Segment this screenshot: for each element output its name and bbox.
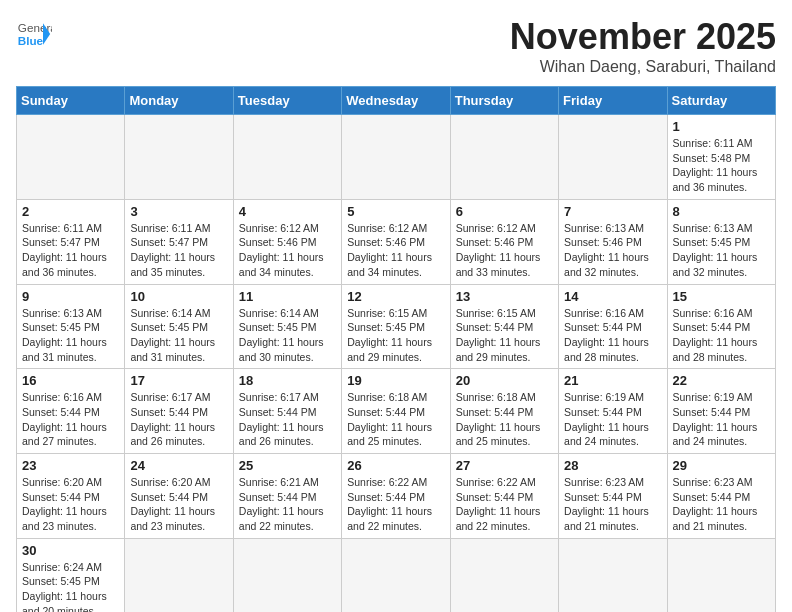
calendar-cell	[17, 115, 125, 200]
calendar-week-2: 2Sunrise: 6:11 AM Sunset: 5:47 PM Daylig…	[17, 199, 776, 284]
day-number: 5	[347, 204, 444, 219]
calendar-cell: 4Sunrise: 6:12 AM Sunset: 5:46 PM Daylig…	[233, 199, 341, 284]
calendar-cell	[667, 538, 775, 612]
calendar-cell: 30Sunrise: 6:24 AM Sunset: 5:45 PM Dayli…	[17, 538, 125, 612]
day-number: 21	[564, 373, 661, 388]
day-info: Sunrise: 6:14 AM Sunset: 5:45 PM Dayligh…	[130, 306, 227, 365]
calendar-cell: 22Sunrise: 6:19 AM Sunset: 5:44 PM Dayli…	[667, 369, 775, 454]
day-number: 10	[130, 289, 227, 304]
day-number: 22	[673, 373, 770, 388]
calendar-cell: 21Sunrise: 6:19 AM Sunset: 5:44 PM Dayli…	[559, 369, 667, 454]
calendar-cell: 19Sunrise: 6:18 AM Sunset: 5:44 PM Dayli…	[342, 369, 450, 454]
calendar-cell: 28Sunrise: 6:23 AM Sunset: 5:44 PM Dayli…	[559, 454, 667, 539]
day-number: 29	[673, 458, 770, 473]
calendar-cell: 16Sunrise: 6:16 AM Sunset: 5:44 PM Dayli…	[17, 369, 125, 454]
weekday-friday: Friday	[559, 87, 667, 115]
day-number: 20	[456, 373, 553, 388]
day-info: Sunrise: 6:17 AM Sunset: 5:44 PM Dayligh…	[130, 390, 227, 449]
day-info: Sunrise: 6:15 AM Sunset: 5:44 PM Dayligh…	[456, 306, 553, 365]
calendar-week-1: 1Sunrise: 6:11 AM Sunset: 5:48 PM Daylig…	[17, 115, 776, 200]
calendar-cell: 12Sunrise: 6:15 AM Sunset: 5:45 PM Dayli…	[342, 284, 450, 369]
day-info: Sunrise: 6:23 AM Sunset: 5:44 PM Dayligh…	[673, 475, 770, 534]
calendar-cell: 17Sunrise: 6:17 AM Sunset: 5:44 PM Dayli…	[125, 369, 233, 454]
calendar-cell: 29Sunrise: 6:23 AM Sunset: 5:44 PM Dayli…	[667, 454, 775, 539]
calendar-cell: 6Sunrise: 6:12 AM Sunset: 5:46 PM Daylig…	[450, 199, 558, 284]
day-number: 25	[239, 458, 336, 473]
calendar-cell: 26Sunrise: 6:22 AM Sunset: 5:44 PM Dayli…	[342, 454, 450, 539]
weekday-tuesday: Tuesday	[233, 87, 341, 115]
day-number: 14	[564, 289, 661, 304]
calendar-cell: 2Sunrise: 6:11 AM Sunset: 5:47 PM Daylig…	[17, 199, 125, 284]
calendar-cell	[125, 538, 233, 612]
day-info: Sunrise: 6:12 AM Sunset: 5:46 PM Dayligh…	[239, 221, 336, 280]
calendar-table: SundayMondayTuesdayWednesdayThursdayFrid…	[16, 86, 776, 612]
calendar-cell	[559, 115, 667, 200]
day-number: 23	[22, 458, 119, 473]
svg-text:Blue: Blue	[18, 34, 44, 47]
day-info: Sunrise: 6:22 AM Sunset: 5:44 PM Dayligh…	[347, 475, 444, 534]
location: Wihan Daeng, Saraburi, Thailand	[510, 58, 776, 76]
day-number: 12	[347, 289, 444, 304]
calendar-week-3: 9Sunrise: 6:13 AM Sunset: 5:45 PM Daylig…	[17, 284, 776, 369]
calendar-cell: 11Sunrise: 6:14 AM Sunset: 5:45 PM Dayli…	[233, 284, 341, 369]
calendar-cell: 5Sunrise: 6:12 AM Sunset: 5:46 PM Daylig…	[342, 199, 450, 284]
day-info: Sunrise: 6:13 AM Sunset: 5:45 PM Dayligh…	[673, 221, 770, 280]
day-info: Sunrise: 6:17 AM Sunset: 5:44 PM Dayligh…	[239, 390, 336, 449]
weekday-sunday: Sunday	[17, 87, 125, 115]
calendar-cell	[559, 538, 667, 612]
calendar-cell: 18Sunrise: 6:17 AM Sunset: 5:44 PM Dayli…	[233, 369, 341, 454]
calendar-week-4: 16Sunrise: 6:16 AM Sunset: 5:44 PM Dayli…	[17, 369, 776, 454]
calendar-cell: 15Sunrise: 6:16 AM Sunset: 5:44 PM Dayli…	[667, 284, 775, 369]
day-info: Sunrise: 6:18 AM Sunset: 5:44 PM Dayligh…	[347, 390, 444, 449]
day-info: Sunrise: 6:24 AM Sunset: 5:45 PM Dayligh…	[22, 560, 119, 612]
day-info: Sunrise: 6:11 AM Sunset: 5:48 PM Dayligh…	[673, 136, 770, 195]
calendar-cell	[233, 115, 341, 200]
calendar-cell	[125, 115, 233, 200]
weekday-thursday: Thursday	[450, 87, 558, 115]
calendar-cell: 27Sunrise: 6:22 AM Sunset: 5:44 PM Dayli…	[450, 454, 558, 539]
weekday-wednesday: Wednesday	[342, 87, 450, 115]
day-number: 9	[22, 289, 119, 304]
calendar-cell: 14Sunrise: 6:16 AM Sunset: 5:44 PM Dayli…	[559, 284, 667, 369]
calendar-cell	[233, 538, 341, 612]
calendar-cell: 10Sunrise: 6:14 AM Sunset: 5:45 PM Dayli…	[125, 284, 233, 369]
calendar-week-5: 23Sunrise: 6:20 AM Sunset: 5:44 PM Dayli…	[17, 454, 776, 539]
day-number: 6	[456, 204, 553, 219]
calendar-cell	[342, 115, 450, 200]
day-info: Sunrise: 6:15 AM Sunset: 5:45 PM Dayligh…	[347, 306, 444, 365]
day-info: Sunrise: 6:21 AM Sunset: 5:44 PM Dayligh…	[239, 475, 336, 534]
day-number: 18	[239, 373, 336, 388]
calendar-cell: 9Sunrise: 6:13 AM Sunset: 5:45 PM Daylig…	[17, 284, 125, 369]
day-info: Sunrise: 6:12 AM Sunset: 5:46 PM Dayligh…	[347, 221, 444, 280]
day-info: Sunrise: 6:13 AM Sunset: 5:45 PM Dayligh…	[22, 306, 119, 365]
day-info: Sunrise: 6:16 AM Sunset: 5:44 PM Dayligh…	[564, 306, 661, 365]
day-info: Sunrise: 6:16 AM Sunset: 5:44 PM Dayligh…	[673, 306, 770, 365]
calendar-cell	[450, 115, 558, 200]
calendar-cell: 25Sunrise: 6:21 AM Sunset: 5:44 PM Dayli…	[233, 454, 341, 539]
day-info: Sunrise: 6:20 AM Sunset: 5:44 PM Dayligh…	[130, 475, 227, 534]
day-number: 30	[22, 543, 119, 558]
calendar-cell: 13Sunrise: 6:15 AM Sunset: 5:44 PM Dayli…	[450, 284, 558, 369]
calendar-cell: 1Sunrise: 6:11 AM Sunset: 5:48 PM Daylig…	[667, 115, 775, 200]
calendar-cell: 7Sunrise: 6:13 AM Sunset: 5:46 PM Daylig…	[559, 199, 667, 284]
day-number: 3	[130, 204, 227, 219]
day-number: 1	[673, 119, 770, 134]
day-number: 11	[239, 289, 336, 304]
day-number: 27	[456, 458, 553, 473]
day-number: 4	[239, 204, 336, 219]
day-info: Sunrise: 6:20 AM Sunset: 5:44 PM Dayligh…	[22, 475, 119, 534]
calendar-cell: 3Sunrise: 6:11 AM Sunset: 5:47 PM Daylig…	[125, 199, 233, 284]
day-number: 13	[456, 289, 553, 304]
calendar-cell	[450, 538, 558, 612]
day-info: Sunrise: 6:13 AM Sunset: 5:46 PM Dayligh…	[564, 221, 661, 280]
month-title: November 2025	[510, 16, 776, 58]
day-info: Sunrise: 6:14 AM Sunset: 5:45 PM Dayligh…	[239, 306, 336, 365]
calendar-week-6: 30Sunrise: 6:24 AM Sunset: 5:45 PM Dayli…	[17, 538, 776, 612]
day-number: 26	[347, 458, 444, 473]
day-number: 2	[22, 204, 119, 219]
day-info: Sunrise: 6:16 AM Sunset: 5:44 PM Dayligh…	[22, 390, 119, 449]
weekday-saturday: Saturday	[667, 87, 775, 115]
calendar-cell: 20Sunrise: 6:18 AM Sunset: 5:44 PM Dayli…	[450, 369, 558, 454]
logo: General Blue	[16, 16, 52, 52]
day-number: 16	[22, 373, 119, 388]
